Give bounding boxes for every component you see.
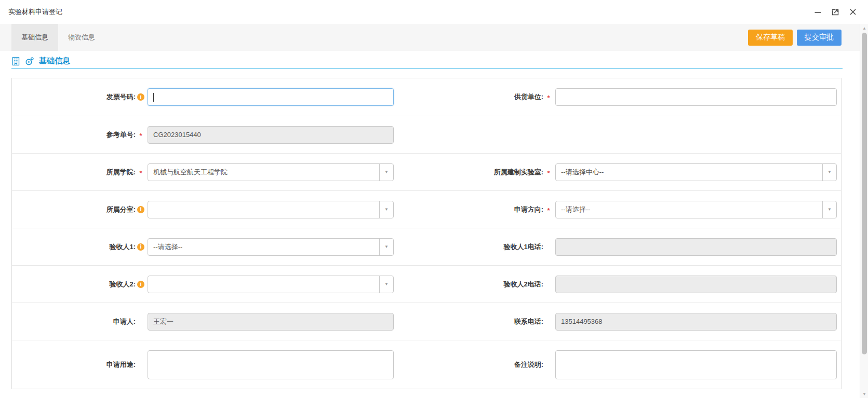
form-row: 所属分室:i▼申请方向:*--请选择--▼: [12, 190, 841, 228]
form-cell-acceptor-1-phone: 验收人1电话:: [394, 228, 841, 265]
reference-number-marker: *: [136, 130, 146, 140]
chevron-down-icon: ▼: [822, 164, 836, 181]
info-icon[interactable]: i: [137, 206, 144, 213]
contact-phone-value: 13514495368: [561, 318, 603, 325]
acceptor-2-marker: i: [136, 281, 146, 288]
application-purpose-textarea[interactable]: [148, 350, 394, 379]
organized-lab-value: --请选择中心--: [561, 168, 604, 177]
college-value: 机械与航空航天工程学院: [153, 168, 228, 177]
form-cell-contact-phone: 联系电话:13514495368: [394, 303, 841, 340]
window-controls: [813, 7, 860, 17]
supplier-input[interactable]: [555, 88, 837, 106]
chevron-down-icon: ▼: [379, 201, 393, 218]
save-draft-button[interactable]: 保存草稿: [748, 30, 793, 46]
contact-phone-label: 联系电话:: [394, 317, 543, 326]
gear-circle-icon: [25, 57, 34, 66]
required-asterisk: *: [139, 132, 142, 140]
application-direction-label: 申请方向:: [394, 205, 543, 214]
invoice-number-marker: i: [136, 93, 146, 101]
info-icon[interactable]: i: [137, 243, 144, 251]
required-asterisk: *: [547, 94, 550, 102]
applicant-input[interactable]: 王宏一: [148, 313, 394, 331]
organized-lab-select[interactable]: --请选择中心--▼: [555, 163, 837, 181]
acceptor-2-phone-input[interactable]: [555, 276, 837, 293]
close-icon[interactable]: [848, 7, 858, 17]
application-direction-select[interactable]: --请选择--▼: [555, 201, 837, 218]
section-header: 基础信息: [11, 54, 843, 68]
acceptor-1-label: 验收人1:: [12, 242, 136, 252]
vertical-scrollbar[interactable]: ▲ ▼: [860, 24, 868, 398]
chevron-down-icon: ▼: [822, 201, 836, 218]
remarks-textarea[interactable]: [555, 350, 837, 379]
form-row: 申请人:王宏一联系电话:13514495368: [12, 303, 841, 340]
acceptor-1-phone-label: 验收人1电话:: [394, 242, 543, 252]
info-icon[interactable]: i: [137, 93, 144, 101]
organized-lab-label: 所属建制实验室:: [394, 168, 543, 177]
form-row: 参考单号:*CG2023015440: [12, 116, 841, 153]
acceptor-1-value: --请选择--: [153, 242, 182, 252]
form-cell-sub-room: 所属分室:i▼: [12, 191, 394, 228]
form-cell-acceptor-1: 验收人1:i--请选择--▼: [12, 228, 394, 265]
section-title: 基础信息: [39, 56, 70, 66]
tab-material-info[interactable]: 物资信息: [58, 24, 105, 51]
form-cell-invoice-number: 发票号码:i: [12, 78, 394, 116]
application-purpose-label: 申请用途:: [12, 360, 136, 369]
form-cell-organized-lab: 所属建制实验室:*--请选择中心--▼: [394, 154, 841, 190]
acceptor-2-select[interactable]: ▼: [148, 276, 394, 293]
window-titlebar: 实验材料申请登记: [0, 0, 868, 24]
required-asterisk: *: [547, 207, 550, 214]
invoice-number-label: 发票号码:: [12, 92, 136, 102]
application-direction-marker: *: [543, 205, 554, 214]
window-title: 实验材料申请登记: [8, 7, 62, 17]
form-cell-acceptor-2: 验收人2:i▼: [12, 266, 394, 303]
invoice-number-input[interactable]: [148, 88, 394, 106]
form-cell-reference-number: 参考单号:*CG2023015440: [12, 116, 394, 153]
form-row: 验收人2:i▼验收人2电话:: [12, 265, 841, 303]
reference-number-label: 参考单号:: [12, 130, 136, 140]
info-icon[interactable]: i: [137, 281, 144, 288]
sub-room-select[interactable]: ▼: [148, 201, 394, 218]
organized-lab-marker: *: [543, 168, 554, 177]
remarks-label: 备注说明:: [394, 360, 543, 369]
form-cell-empty: [394, 116, 841, 153]
submit-approval-button[interactable]: 提交审批: [797, 30, 842, 46]
contact-phone-input[interactable]: 13514495368: [555, 313, 837, 331]
form-cell-application-direction: 申请方向:*--请选择--▼: [394, 191, 841, 228]
college-select[interactable]: 机械与航空航天工程学院▼: [148, 163, 394, 181]
form-cell-applicant: 申请人:王宏一: [12, 303, 394, 340]
supplier-marker: *: [543, 92, 554, 102]
form-cell-remarks: 备注说明:: [394, 340, 841, 389]
sub-room-marker: i: [136, 206, 146, 213]
reference-number-input[interactable]: CG2023015440: [148, 126, 394, 144]
scroll-down-icon[interactable]: ▼: [860, 390, 868, 398]
college-marker: *: [136, 168, 146, 177]
reference-number-value: CG2023015440: [153, 131, 201, 139]
applicant-label: 申请人:: [12, 317, 136, 326]
college-label: 所属学院:: [12, 168, 136, 177]
supplier-label: 供货单位:: [394, 92, 543, 102]
required-asterisk: *: [547, 169, 550, 177]
form-row: 所属学院:*机械与航空航天工程学院▼所属建制实验室:*--请选择中心--▼: [12, 153, 841, 190]
scroll-up-icon[interactable]: ▲: [860, 24, 868, 32]
chevron-down-icon: ▼: [379, 164, 393, 181]
acceptor-2-label: 验收人2:: [12, 280, 136, 289]
sub-room-label: 所属分室:: [12, 205, 136, 214]
form: 发票号码:i供货单位:*参考单号:*CG2023015440所属学院:*机械与航…: [11, 78, 842, 389]
chevron-down-icon: ▼: [379, 276, 393, 293]
tab-basic-info[interactable]: 基础信息: [11, 24, 58, 51]
tab-bar: 基础信息 物资信息 保存草稿 提交审批: [0, 24, 860, 51]
acceptor-1-phone-input[interactable]: [555, 238, 837, 256]
minimize-icon[interactable]: [813, 7, 822, 17]
form-cell-college: 所属学院:*机械与航空航天工程学院▼: [12, 154, 394, 190]
scrollbar-thumb[interactable]: [862, 33, 867, 354]
form-row: 申请用途:备注说明:: [12, 340, 841, 389]
application-direction-value: --请选择--: [561, 205, 590, 214]
text-caret: [153, 93, 154, 102]
building-icon: [11, 57, 20, 66]
form-row: 发票号码:i供货单位:*: [12, 78, 841, 116]
form-cell-application-purpose: 申请用途:: [12, 340, 394, 389]
acceptor-2-phone-label: 验收人2电话:: [394, 280, 543, 289]
maximize-icon[interactable]: [831, 7, 840, 17]
required-asterisk: *: [139, 169, 142, 177]
acceptor-1-select[interactable]: --请选择--▼: [148, 238, 394, 256]
